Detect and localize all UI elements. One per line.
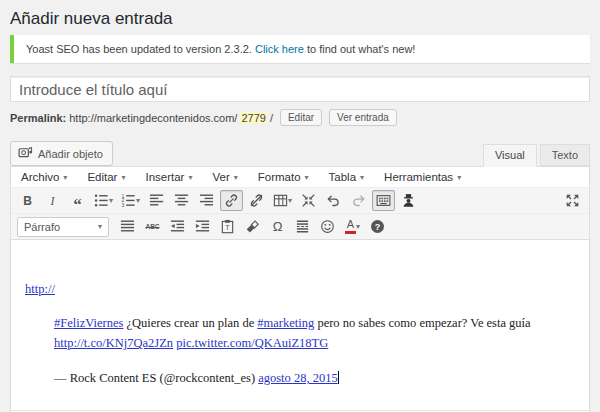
remove-format-button[interactable] — [241, 216, 264, 237]
link-icon — [224, 193, 239, 208]
add-media-icon — [18, 145, 33, 162]
view-post-button[interactable]: Ver entrada — [329, 109, 397, 126]
numbered-list-icon: 123 — [121, 193, 136, 208]
special-char-icon: Ω — [273, 220, 283, 233]
click-here-link[interactable]: Click here — [255, 43, 304, 55]
menu-label: Herramientas — [384, 171, 453, 183]
menu-herramientas[interactable]: Herramientas▾ — [384, 171, 461, 183]
attribution-text: — Rock Content ES (@rockcontent_es) — [54, 371, 258, 385]
insert-person-icon — [401, 193, 416, 208]
table-button[interactable]: ▾ — [270, 190, 295, 211]
chevron-down-icon: ▾ — [234, 173, 238, 182]
paragraph-format-select[interactable]: Párrafo ▾ — [17, 217, 109, 237]
redo-button[interactable] — [347, 190, 370, 211]
outdent-button[interactable] — [166, 216, 189, 237]
unlink-button[interactable] — [245, 190, 268, 211]
tweet-link[interactable]: http://t.co/KNj7Qa2JZn — [54, 336, 173, 350]
editor-content[interactable]: http:// #FelizViernes ¿Quieres crear un … — [11, 240, 589, 410]
visual-editor: Archivo▾Editar▾Insertar▾Ver▾Formato▾Tabl… — [10, 166, 590, 412]
toolbar-toggle-button[interactable] — [372, 190, 395, 211]
numbered-list-button[interactable]: 123▾ — [118, 190, 143, 211]
distraction-free-button[interactable] — [297, 190, 320, 211]
toolbar-row-1: BI“▾123▾▾ — [11, 188, 589, 214]
permalink-label: Permalink: — [10, 112, 66, 124]
tab-text[interactable]: Texto — [540, 144, 590, 166]
align-center-button[interactable] — [170, 190, 193, 211]
toolbar-toggle-icon — [376, 193, 391, 208]
menu-label: Archivo — [21, 171, 59, 183]
strikethrough-button[interactable]: ABC — [141, 216, 164, 237]
indent-button[interactable] — [191, 216, 214, 237]
insert-person-button[interactable] — [397, 190, 420, 211]
menu-archivo[interactable]: Archivo▾ — [21, 171, 67, 183]
text-cursor — [338, 371, 339, 384]
help-button[interactable]: ? — [366, 216, 389, 237]
svg-text:3: 3 — [121, 202, 124, 208]
menu-insertar[interactable]: Insertar▾ — [145, 171, 192, 183]
page-break-icon — [295, 219, 310, 234]
edit-permalink-button[interactable]: Editar — [280, 109, 322, 126]
undo-button[interactable] — [322, 190, 345, 211]
text-color-button[interactable]: A▾ — [341, 216, 364, 237]
help-icon: ? — [371, 220, 384, 233]
post-title-input[interactable] — [10, 76, 590, 102]
menu-tabla[interactable]: Tabla▾ — [329, 171, 365, 183]
fullscreen-icon — [565, 193, 580, 208]
align-right-icon — [199, 193, 214, 208]
emoticon-button[interactable] — [316, 216, 339, 237]
outdent-icon — [170, 219, 185, 234]
permalink-slug[interactable]: 2779 — [240, 112, 266, 124]
menu-ver[interactable]: Ver▾ — [212, 171, 237, 183]
tweet-link[interactable]: #FelizViernes — [54, 316, 123, 330]
menu-editar[interactable]: Editar▾ — [87, 171, 125, 183]
link-button[interactable] — [220, 190, 243, 211]
tweet-link[interactable]: #marketing — [257, 316, 314, 330]
align-right-button[interactable] — [195, 190, 218, 211]
attribution-link[interactable]: agosto 28, 2015 — [258, 371, 338, 385]
chevron-down-icon: ▾ — [136, 196, 140, 205]
menu-label: Formato — [258, 171, 301, 183]
paste-as-text-button[interactable]: T — [216, 216, 239, 237]
permalink-row: Permalink: http://marketingdecontenidos.… — [10, 109, 590, 126]
first-paragraph: http:// — [25, 279, 575, 299]
page-break-button[interactable] — [291, 216, 314, 237]
tab-visual[interactable]: Visual — [483, 144, 537, 167]
editor-mode-tabs: Visual Texto — [480, 144, 590, 166]
blockquote-button[interactable]: “ — [66, 190, 89, 211]
emoticon-icon — [320, 219, 335, 234]
menu-label: Tabla — [329, 171, 357, 183]
text-color-icon: A — [345, 219, 356, 234]
yoast-update-notice: Yoast SEO has been updated to version 2.… — [10, 35, 590, 63]
content-link[interactable]: http:// — [25, 282, 55, 296]
chevron-down-icon: ▾ — [63, 173, 67, 182]
chevron-down-icon: ▾ — [288, 196, 292, 205]
tweet-text: ¿Quieres crear un plan de — [123, 316, 257, 330]
menu-label: Editar — [87, 171, 117, 183]
permalink-url-suffix: / — [270, 112, 273, 124]
bullet-list-button[interactable]: ▾ — [91, 190, 116, 211]
notice-text-before: Yoast SEO has been updated to version 2.… — [26, 43, 252, 55]
italic-button[interactable]: I — [41, 190, 64, 211]
toolbar-row-2: Párrafo ▾ ABCTΩA▾? — [11, 214, 589, 240]
special-char-button[interactable]: Ω — [266, 216, 289, 237]
distraction-free-icon — [301, 193, 316, 208]
menu-label: Insertar — [145, 171, 184, 183]
chevron-down-icon: ▾ — [121, 173, 125, 182]
bold-button[interactable]: B — [16, 190, 39, 211]
permalink-url-base: http://marketingdecontenidos.com/ — [69, 112, 237, 124]
page-title: Añadir nueva entrada — [10, 0, 590, 31]
svg-text:T: T — [225, 224, 230, 231]
tweet-link[interactable]: pic.twitter.com/QKAuiZ18TG — [176, 336, 328, 350]
fullscreen-button[interactable] — [561, 190, 584, 211]
bullet-list-icon — [94, 193, 109, 208]
paragraph-format-label: Párrafo — [24, 221, 60, 233]
align-left-button[interactable] — [145, 190, 168, 211]
notice-text-after: to find out what's new! — [307, 43, 416, 55]
editor-menubar: Archivo▾Editar▾Insertar▾Ver▾Formato▾Tabl… — [11, 167, 589, 188]
add-media-button[interactable]: Añadir objeto — [10, 141, 113, 166]
chevron-down-icon: ▾ — [188, 173, 192, 182]
align-justify-button[interactable] — [116, 216, 139, 237]
add-media-label: Añadir objeto — [38, 148, 103, 160]
menu-formato[interactable]: Formato▾ — [258, 171, 309, 183]
remove-format-icon — [245, 219, 260, 234]
